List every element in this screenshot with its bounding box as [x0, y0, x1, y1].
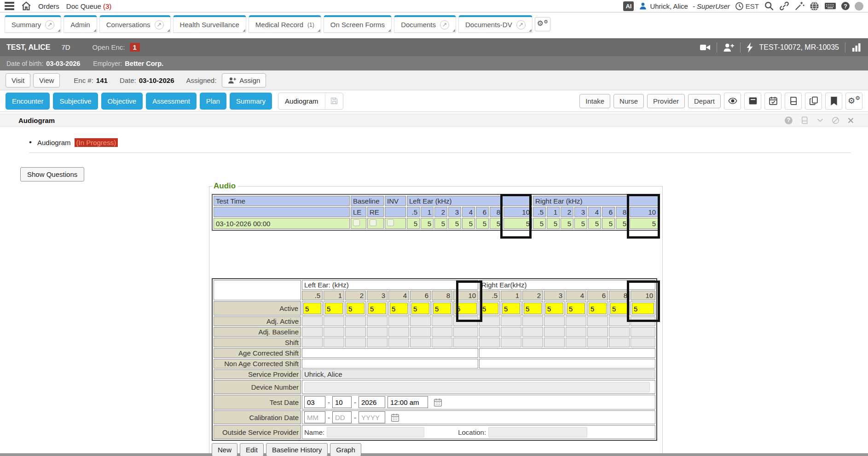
- inv-checkbox[interactable]: [387, 219, 394, 226]
- wand-icon[interactable]: [794, 1, 804, 11]
- preview-eye-icon[interactable]: [724, 93, 741, 110]
- person-add-icon[interactable]: [723, 43, 734, 52]
- baseline-re-checkbox[interactable]: [370, 219, 376, 226]
- active-input-left-3[interactable]: 5: [368, 303, 386, 314]
- assessment-nav-button[interactable]: Assessment: [146, 93, 197, 110]
- test-date-day-input[interactable]: [332, 396, 352, 408]
- calendar-icon[interactable]: [390, 413, 400, 422]
- active-input-left-4[interactable]: 5: [390, 303, 408, 314]
- video-camera-icon[interactable]: [700, 43, 711, 52]
- tab-on-screen-forms[interactable]: On Screen Forms: [324, 15, 392, 33]
- external-link-icon[interactable]: ↗: [440, 20, 449, 29]
- section-journal-icon[interactable]: [800, 116, 809, 124]
- search-icon[interactable]: [764, 1, 774, 11]
- baseline-history-button[interactable]: Baseline History: [266, 443, 328, 456]
- show-questions-button[interactable]: Show Questions: [20, 167, 84, 181]
- bar-chart-icon[interactable]: [851, 43, 862, 52]
- close-icon[interactable]: [847, 117, 854, 124]
- subjective-nav-button[interactable]: Subjective: [53, 93, 98, 110]
- bookmark-icon[interactable]: [825, 93, 842, 110]
- depart-button[interactable]: Depart: [688, 94, 721, 108]
- tab-settings-gears-icon[interactable]: ⚙⚙: [535, 17, 550, 31]
- audiogram-doc-tab[interactable]: Audiogram: [278, 93, 343, 110]
- active-input-right-6[interactable]: 5: [589, 303, 607, 314]
- collapse-chevron-icon[interactable]: [816, 117, 824, 124]
- journal-icon[interactable]: [785, 93, 802, 110]
- assign-button[interactable]: Assign: [222, 73, 266, 88]
- calibration-year-input[interactable]: [359, 411, 385, 423]
- timezone-control[interactable]: EST: [735, 2, 759, 11]
- menu-icon[interactable]: [5, 2, 14, 10]
- top-bar: Orders Doc Queue (3) AI Uhrick, Alice - …: [0, 0, 868, 12]
- audiogram-list-item[interactable]: Audiogram (In Progress): [29, 138, 118, 147]
- provider-button[interactable]: Provider: [647, 94, 685, 108]
- active-input-right-4[interactable]: 5: [567, 303, 585, 314]
- active-input-left-1[interactable]: 5: [325, 303, 343, 314]
- audio-fieldset: Audio Test Time Baseline INV Left Ear (k…: [209, 181, 663, 456]
- tab-conversations[interactable]: Conversations ↗: [99, 15, 171, 33]
- visit-button[interactable]: Visit: [6, 73, 30, 88]
- baseline-le-checkbox[interactable]: [353, 219, 360, 226]
- graph-button[interactable]: Graph: [330, 443, 361, 456]
- calibration-day-input[interactable]: [332, 411, 352, 423]
- open-enc-label: Open Enc:: [93, 43, 125, 51]
- tab-summary[interactable]: Summary ↗: [5, 15, 61, 33]
- device-number-input[interactable]: [304, 382, 650, 392]
- active-input-left-8[interactable]: 5: [433, 303, 451, 314]
- new-button[interactable]: New: [212, 443, 237, 456]
- disable-icon[interactable]: [832, 117, 839, 124]
- settings-gears-icon[interactable]: ⚙⚙: [845, 93, 862, 110]
- tab-admin[interactable]: Admin: [64, 15, 97, 33]
- user-menu[interactable]: Uhrick, Alice - SuperUser: [639, 2, 729, 10]
- active-input-right-3[interactable]: 5: [545, 303, 563, 314]
- keyboard-icon[interactable]: [824, 1, 836, 11]
- calendar-check-icon[interactable]: [764, 93, 781, 110]
- test-time-value[interactable]: 03-10-2026 00:00: [214, 218, 350, 229]
- audiogram-item-label[interactable]: Audiogram: [37, 139, 71, 146]
- active-input-right-1[interactable]: 5: [502, 303, 520, 314]
- calendar-icon[interactable]: [433, 398, 443, 407]
- tab-medical-record[interactable]: Medical Record (1): [249, 15, 321, 33]
- external-link-icon[interactable]: ↗: [155, 20, 164, 29]
- save-icon[interactable]: [325, 93, 343, 109]
- test-date-year-input[interactable]: [359, 396, 385, 408]
- external-link-icon[interactable]: ↗: [516, 20, 526, 29]
- link-icon[interactable]: [779, 1, 789, 11]
- intake-button[interactable]: Intake: [579, 94, 610, 108]
- t1-freq-left-4: 4: [462, 207, 475, 217]
- nav-doc-queue[interactable]: Doc Queue (3): [66, 2, 111, 10]
- test-date-month-input[interactable]: [304, 396, 325, 408]
- plan-nav-button[interactable]: Plan: [200, 93, 226, 110]
- lightning-icon[interactable]: [746, 42, 753, 53]
- active-input-right-.5[interactable]: 5: [480, 303, 498, 314]
- nurse-button[interactable]: Nurse: [613, 94, 644, 108]
- tab-health-surveillance[interactable]: Health Surveillance: [173, 15, 246, 33]
- objective-nav-button[interactable]: Objective: [101, 93, 143, 110]
- encounter-nav-button[interactable]: Encounter: [6, 93, 50, 110]
- ai-badge[interactable]: AI: [623, 1, 634, 11]
- calibration-month-input[interactable]: [304, 411, 325, 423]
- nav-orders[interactable]: Orders: [38, 2, 59, 10]
- outside-name-input[interactable]: [327, 427, 424, 438]
- tab-documents-dv[interactable]: Documents-DV ↗: [458, 15, 532, 33]
- help-icon[interactable]: ?: [841, 2, 850, 10]
- shift-cell-right-3: [544, 338, 565, 347]
- archive-icon[interactable]: [744, 93, 761, 110]
- section-help-icon[interactable]: ?: [785, 117, 793, 124]
- edit-button[interactable]: Edit: [240, 443, 264, 456]
- active-input-right-8[interactable]: 5: [610, 303, 628, 314]
- active-input-left-2[interactable]: 5: [347, 303, 365, 314]
- globe-icon[interactable]: [810, 1, 819, 11]
- open-enc-badge[interactable]: 1: [130, 43, 140, 52]
- home-icon[interactable]: [21, 1, 31, 11]
- test-time-input[interactable]: [388, 396, 428, 408]
- active-input-left-6[interactable]: 5: [411, 303, 429, 314]
- external-link-icon[interactable]: ↗: [45, 20, 54, 29]
- active-input-left-.5[interactable]: 5: [303, 303, 321, 314]
- tab-documents[interactable]: Documents ↗: [394, 15, 456, 33]
- active-input-right-2[interactable]: 5: [524, 303, 542, 314]
- summary-nav-button[interactable]: Summary: [230, 93, 272, 110]
- view-button[interactable]: View: [33, 73, 60, 88]
- copy-icon[interactable]: [805, 93, 822, 110]
- outside-location-input[interactable]: [488, 427, 587, 438]
